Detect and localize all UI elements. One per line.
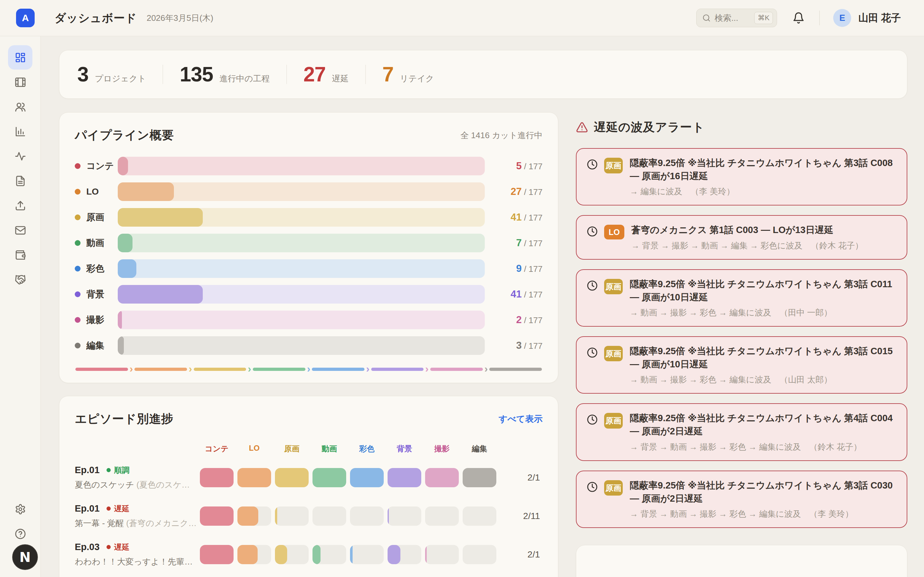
alert-impact-chain: → 動画 → 撮影 → 彩色 → 編集に波及 （山田 太郎） xyxy=(630,374,897,385)
episode-stage-cell xyxy=(388,468,421,487)
delay-alert-card-1[interactable]: LO蒼穹のメカニクス 第1話 C003 — LOが13日遅延→ 背景 → 撮影 … xyxy=(576,215,907,259)
episode-info: Ep.01順調夏色のスケッチ (夏色のスケ… xyxy=(75,465,200,490)
user-avatar[interactable]: E xyxy=(833,9,851,27)
flow-chevron-icon: › xyxy=(425,367,429,370)
flow-segment xyxy=(75,367,128,371)
sidebar-item-upload[interactable] xyxy=(8,193,32,218)
episode-status-dot xyxy=(107,468,111,472)
episode-stage-cell xyxy=(275,468,309,487)
bell-icon xyxy=(792,12,804,24)
pipeline-row-編集: 編集3 / 177 xyxy=(75,336,543,355)
sidebar-item-activity[interactable] xyxy=(8,144,32,168)
episode-stage-cell xyxy=(200,506,234,526)
pipeline-row-LO: LO27 / 177 xyxy=(75,182,543,201)
pipeline-title: パイプライン概要 xyxy=(75,127,174,143)
episode-stage-cell xyxy=(425,468,459,487)
clock-icon xyxy=(587,280,598,291)
flow-segment xyxy=(194,367,246,371)
nextjs-dev-badge[interactable]: N xyxy=(12,544,38,570)
top-header: A ダッシュボード 2026年3月5日(木) 検索... ⌘K E 山田 花子 xyxy=(0,0,924,36)
episode-stage-cell xyxy=(200,468,234,487)
episodes-title: エピソード別進捗 xyxy=(75,411,173,427)
alert-impact-chain: → 背景 → 動画 → 撮影 → 彩色 → 編集に波及 （鈴木 花子） xyxy=(630,442,897,453)
stage-label: 背景 xyxy=(86,288,118,300)
stage-count: 41 / 177 xyxy=(494,288,543,300)
episode-stage-cell xyxy=(388,545,421,564)
sidebar-item-mail[interactable] xyxy=(8,218,32,242)
episode-subtitle: 夏色のスケッチ (夏色のスケ… xyxy=(75,479,200,490)
sidebar-item-bar-chart[interactable] xyxy=(8,119,32,143)
delay-alert-card-3[interactable]: 原画隠蔽率9.25倍 ※当社比 チタニウムホワイトちゃん 第3話 C015 — … xyxy=(576,336,907,394)
episode-stage-cell xyxy=(312,506,346,526)
episode-count: 2/1 xyxy=(496,472,543,483)
delay-alert-card-0[interactable]: 原画隠蔽率9.25倍 ※当社比 チタニウムホワイトちゃん 第3話 C008 — … xyxy=(576,148,907,205)
episode-subtitle: わわわ！！大変っすよ！先輩… xyxy=(75,556,200,567)
stat-label: プロジェクト xyxy=(95,73,146,84)
search-shortcut-kbd: ⌘K xyxy=(754,12,773,24)
delay-alert-card-5[interactable]: 原画隠蔽率9.25倍 ※当社比 チタニウムホワイトちゃん 第3話 C030 — … xyxy=(576,471,907,528)
alert-title: 隠蔽率9.25倍 ※当社比 チタニウムホワイトちゃん 第3話 C011 — 原画… xyxy=(630,277,897,304)
search-input[interactable]: 検索... ⌘K xyxy=(696,9,777,27)
pipeline-row-彩色: 彩色9 / 177 xyxy=(75,259,543,278)
delay-alert-card-4[interactable]: 原画隠蔽率9.25倍 ※当社比 チタニウムホワイトちゃん 第4話 C004 — … xyxy=(576,403,907,461)
stat-2: 27遅延 xyxy=(304,63,349,86)
episode-row-1[interactable]: Ep.01遅延第一幕 - 覚醒 (蒼穹のメカニク…2/11 xyxy=(75,503,543,529)
episode-column-原画: 原画 xyxy=(275,444,309,454)
episode-column-動画: 動画 xyxy=(312,444,346,454)
flow-segment xyxy=(134,367,187,371)
pipeline-row-背景: 背景41 / 177 xyxy=(75,285,543,303)
user-name: 山田 花子 xyxy=(858,11,901,25)
header-right: 検索... ⌘K E 山田 花子 xyxy=(696,9,901,27)
episode-status: 遅延 xyxy=(114,504,129,514)
stat-value: 3 xyxy=(78,63,89,86)
sidebar-item-dashboard[interactable] xyxy=(8,45,32,69)
alert-impact-chain: → 動画 → 撮影 → 彩色 → 編集に波及 （田中 一郎） xyxy=(630,307,897,318)
stage-dot xyxy=(75,189,81,195)
stage-count: 2 / 177 xyxy=(494,314,543,326)
alert-title: 隠蔽率9.25倍 ※当社比 チタニウムホワイトちゃん 第4話 C004 — 原画… xyxy=(630,412,897,438)
episode-count: 2/1 xyxy=(496,550,543,560)
stage-badge: 原画 xyxy=(604,279,623,295)
sidebar-item-help[interactable] xyxy=(8,522,33,546)
stage-dot xyxy=(75,240,81,246)
stage-badge: 原画 xyxy=(604,346,623,362)
delay-alert-card-2[interactable]: 原画隠蔽率9.25倍 ※当社比 チタニウムホワイトちゃん 第3話 C011 — … xyxy=(576,269,907,327)
clock-icon xyxy=(587,347,598,358)
stage-progress-bar xyxy=(118,336,485,355)
sidebar-item-users[interactable] xyxy=(8,95,32,119)
notifications-button[interactable] xyxy=(792,12,804,24)
sidebar xyxy=(0,36,41,577)
sidebar-item-handshake[interactable] xyxy=(8,268,32,292)
stat-label: 進行中の工程 xyxy=(220,73,270,84)
stage-dot xyxy=(75,343,81,348)
sidebar-item-file-text[interactable] xyxy=(8,169,32,193)
stat-0: 3プロジェクト xyxy=(78,63,146,86)
wallet-icon xyxy=(15,250,26,261)
dashboard-page: { "header": { "logo": "A", "title": "ダッシ… xyxy=(0,0,924,577)
episode-stage-cell xyxy=(350,545,384,564)
episode-progress-card: エピソード別進捗 すべて表示 コンテLO原画動画彩色背景撮影編集 Ep.01順調… xyxy=(59,396,558,577)
header-divider xyxy=(819,11,820,25)
search-icon xyxy=(702,14,711,22)
episode-column-コンテ: コンテ xyxy=(200,444,234,454)
episode-column-編集: 編集 xyxy=(463,444,496,454)
episode-row-0[interactable]: Ep.01順調夏色のスケッチ (夏色のスケ…2/1 xyxy=(75,465,543,490)
sidebar-item-settings[interactable] xyxy=(8,497,33,521)
sidebar-item-wallet[interactable] xyxy=(8,243,32,267)
stat-divider xyxy=(286,65,287,84)
show-all-link[interactable]: すべて表示 xyxy=(499,413,543,425)
stage-dot xyxy=(75,292,81,297)
flow-segment xyxy=(430,367,483,371)
episode-stage-cell xyxy=(388,506,421,526)
flow-segment xyxy=(253,367,305,371)
pipeline-overview-card: パイプライン概要 全 1416 カット進行中 コンテ5 / 177LO27 / … xyxy=(59,112,558,383)
pipeline-row-撮影: 撮影2 / 177 xyxy=(75,311,543,329)
stage-count: 9 / 177 xyxy=(494,263,543,274)
episode-info: Ep.03遅延わわわ！！大変っすよ！先輩… xyxy=(75,542,200,567)
handshake-icon xyxy=(15,274,26,285)
episode-row-2[interactable]: Ep.03遅延わわわ！！大変っすよ！先輩…2/1 xyxy=(75,542,543,567)
stage-progress-bar xyxy=(118,157,485,175)
flow-chevron-icon: › xyxy=(189,367,192,370)
sidebar-item-film[interactable] xyxy=(8,70,32,94)
app-logo[interactable]: A xyxy=(16,9,35,27)
